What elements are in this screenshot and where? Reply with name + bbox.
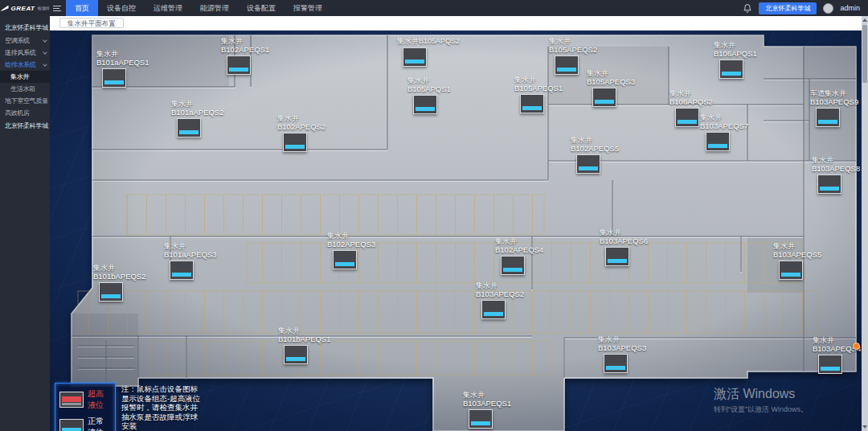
- sump-pit-level-icon[interactable]: [501, 256, 525, 275]
- sidebar-item[interactable]: 空调系统: [0, 35, 50, 47]
- sidebar-item[interactable]: 送排风系统: [0, 47, 50, 59]
- sump-pit-level-icon[interactable]: [592, 88, 616, 107]
- sump-pit-level-icon[interactable]: [719, 60, 743, 79]
- nav-tab[interactable]: 设备自控: [98, 0, 145, 16]
- user-avatar[interactable]: [823, 3, 833, 14]
- sump-pit-level-icon[interactable]: [177, 118, 201, 138]
- sump-pit-level-icon[interactable]: [284, 345, 308, 364]
- sidebar-item[interactable]: 高效机房: [0, 107, 50, 119]
- marker-name: 集水井: [407, 76, 451, 85]
- sump-pit-marker[interactable]: 集水井 B101aAPEQS2: [171, 100, 224, 138]
- sump-pit-level-icon[interactable]: [818, 355, 842, 374]
- sump-pit-marker[interactable]: 集水井 B101bAPEQS2: [93, 264, 146, 302]
- sidebar-item[interactable]: 给排水系统: [0, 59, 50, 71]
- floor-plan-map: 集水井 B101aAPEQS1 集水井 B102APEQS1 集水井B105AP…: [50, 31, 868, 431]
- sump-pit-marker[interactable]: 集水井B105APQS2: [397, 37, 460, 67]
- sidebar-item[interactable]: 北京怀柔科学城: [0, 119, 50, 133]
- marker-name: 集水井: [93, 264, 146, 273]
- sump-pit-marker[interactable]: 集水井 B103APEQS2: [476, 281, 524, 319]
- top-bar: GREAT 格瑞特 首页设备自控运维管理能源管理设备配置报警管理 北京怀柔科学城…: [0, 0, 868, 16]
- scroll-down-arrow-icon[interactable]: [862, 423, 868, 431]
- sump-pit-marker[interactable]: 集水井 B102APEQS5: [571, 136, 619, 174]
- nav-tab[interactable]: 首页: [66, 0, 98, 16]
- sump-pit-marker[interactable]: 集水井 B102APEQS1: [221, 37, 269, 75]
- sump-pit-level-icon[interactable]: [170, 261, 194, 280]
- nav-tab[interactable]: 能源管理: [191, 0, 238, 16]
- scrollbar-thumb[interactable]: [862, 25, 867, 83]
- nav-tab[interactable]: 设备配置: [238, 0, 285, 16]
- marker-code: B101aAPEQS1: [96, 59, 149, 68]
- nav-tab[interactable]: 报警管理: [285, 0, 331, 16]
- logo-subtext: 格瑞特: [37, 6, 49, 10]
- sump-pit-marker[interactable]: 集水井 B105APEQS1: [514, 76, 563, 113]
- notification-bell-icon[interactable]: [743, 3, 752, 14]
- sump-pit-marker[interactable]: 车道集水井 B103APEQS9: [810, 89, 858, 127]
- view-tab-sump-plan[interactable]: 集水井平面布置: [59, 18, 124, 28]
- legend-panel: 超高液位 正常液位 注：鼠标点击设备图标显示设备组态-超高液位报警时，请检查集水…: [55, 383, 200, 431]
- sump-pit-level-icon[interactable]: [102, 68, 126, 88]
- site-selector-button[interactable]: 北京怀柔科学城: [759, 2, 817, 14]
- sump-pit-level-icon[interactable]: [99, 282, 123, 302]
- sump-pit-marker[interactable]: 集水井 B103APEQS3: [598, 335, 646, 373]
- sump-pit-marker[interactable]: 集水井 B102APEQS2: [277, 114, 326, 152]
- sump-pit-marker[interactable]: 集水井 B103APEQS8: [812, 156, 860, 194]
- sump-pit-level-icon[interactable]: [227, 55, 251, 75]
- marker-code: B102APEQS2: [277, 123, 326, 132]
- sidebar-item[interactable]: 集水井: [0, 71, 50, 83]
- sidebar-item[interactable]: 北京怀柔科学城: [0, 21, 50, 35]
- sump-pit-level-icon[interactable]: [469, 409, 493, 429]
- sump-pit-marker[interactable]: 集水井 B103APEQS5: [773, 242, 821, 280]
- sump-pit-level-icon[interactable]: [283, 133, 307, 152]
- sump-pit-level-icon[interactable]: [605, 247, 629, 266]
- legend-items: 超高液位 正常液位: [55, 383, 116, 431]
- marker-name: 集水井: [514, 76, 563, 84]
- marker-name: 集水井: [773, 242, 821, 251]
- marker-name: 集水井: [587, 69, 635, 78]
- sump-pit-marker[interactable]: 集水井 B103APEQS7: [700, 113, 748, 151]
- sump-pit-level-icon[interactable]: [481, 300, 506, 319]
- sump-pit-marker[interactable]: 集水井 B106APQS1: [714, 41, 757, 79]
- sump-pit-marker[interactable]: 集水井 B103APEQS6: [600, 228, 648, 266]
- sump-pit-level-icon[interactable]: [403, 47, 427, 67]
- sump-pit-marker[interactable]: 集水井 B105APQS1: [407, 76, 451, 114]
- sump-pit-level-icon[interactable]: [604, 354, 628, 373]
- note-line: 安装: [121, 421, 200, 431]
- scroll-up-arrow-icon[interactable]: [862, 16, 868, 24]
- sump-pit-marker[interactable]: 集水井 B102APEQS4: [495, 237, 543, 275]
- sump-pit-marker[interactable]: 集水井 B101bAPEQS1: [278, 326, 331, 364]
- sump-pit-level-icon[interactable]: [816, 108, 840, 127]
- legend-note: 注：鼠标点击设备图标显示设备组态-超高液位报警时，请检查集水井抽水泵是否故障或浮…: [116, 383, 200, 431]
- username[interactable]: admin: [840, 4, 860, 12]
- marker-code: B106APQS2: [669, 98, 713, 107]
- sump-pit-level-icon[interactable]: [675, 108, 699, 127]
- sump-pit-level-icon[interactable]: [413, 95, 437, 114]
- marker-code: B105APEQS1: [514, 84, 563, 93]
- vertical-scrollbar[interactable]: [862, 16, 868, 431]
- marker-name: 集水井: [812, 156, 860, 165]
- nav-tab[interactable]: 运维管理: [145, 0, 191, 16]
- marker-name: 集水井: [278, 326, 331, 335]
- marker-name: 集水井: [463, 391, 511, 400]
- sump-pit-level-icon[interactable]: [555, 55, 579, 75]
- sidebar-item[interactable]: 地下室空气质量: [0, 95, 50, 107]
- sump-pit-marker[interactable]: 集水井 B105APEQS3: [587, 69, 635, 107]
- marker-code: B103APEQS5: [773, 251, 821, 260]
- alarm-pin-icon[interactable]: [853, 343, 860, 350]
- main-nav-tabs: 首页设备自控运维管理能源管理设备配置报警管理: [66, 0, 331, 16]
- sidebar-item[interactable]: 生活水箱: [0, 83, 50, 95]
- sump-pit-marker[interactable]: 集水井 B101aAPEQS1: [96, 50, 149, 88]
- sump-pit-level-icon[interactable]: [779, 261, 803, 280]
- sump-pit-level-icon[interactable]: [706, 132, 730, 151]
- sump-pit-marker[interactable]: 集水井 B103APEQS4: [813, 336, 861, 374]
- sump-pit-level-icon[interactable]: [817, 174, 841, 194]
- marker-code: B105APEQS3: [587, 78, 635, 87]
- sump-pit-level-icon[interactable]: [520, 94, 544, 113]
- sump-pit-marker[interactable]: 集水井 B101aAPEQS3: [164, 242, 217, 280]
- sump-pit-level-icon[interactable]: [333, 250, 357, 269]
- menu-toggle-icon[interactable]: [50, 0, 66, 16]
- sump-pit-marker[interactable]: 集水井 B102APEQS3: [327, 232, 375, 269]
- note-line: 注：鼠标点击设备图标: [121, 384, 200, 394]
- sump-pit-level-icon[interactable]: [576, 154, 600, 174]
- sump-pit-marker[interactable]: 集水井 B103APEQS1: [463, 391, 511, 429]
- marker-name: 集水井: [700, 113, 748, 122]
